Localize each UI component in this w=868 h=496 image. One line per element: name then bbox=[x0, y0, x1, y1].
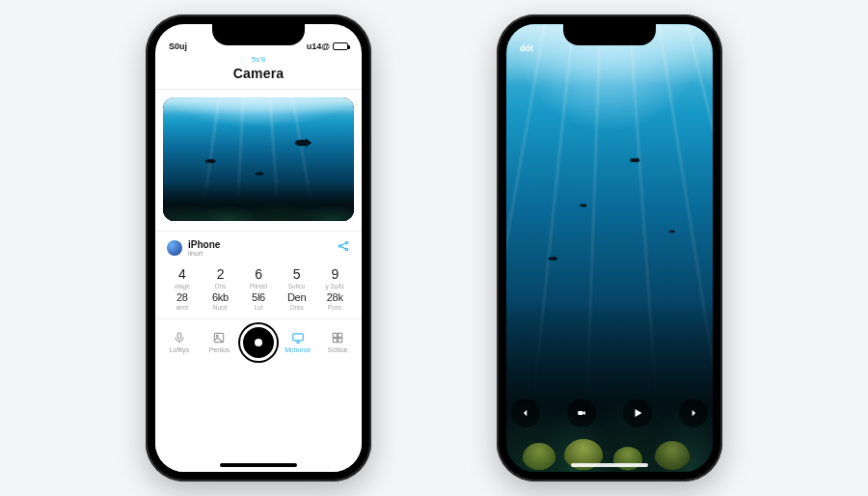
svg-rect-7 bbox=[334, 333, 338, 337]
stat-cell: 2Ons bbox=[202, 266, 240, 289]
svg-point-1 bbox=[345, 241, 347, 243]
device-subtitle: linurt bbox=[188, 250, 220, 257]
gallery-icon bbox=[212, 331, 226, 344]
home-indicator[interactable] bbox=[220, 463, 297, 467]
tab-scilloe[interactable]: Scilloe bbox=[318, 331, 357, 353]
tab-bar: Loftlys Penlos Mchorce Scilloe bbox=[155, 318, 362, 372]
svg-rect-8 bbox=[339, 333, 342, 337]
right-screen: dót bbox=[506, 24, 713, 472]
tab-label: Mchorce bbox=[285, 346, 311, 353]
left-screen: S0uj u14@ 5s'8 Camera bbox=[155, 24, 362, 472]
stat-cell: 6Pilreet bbox=[239, 266, 278, 289]
home-indicator[interactable] bbox=[571, 463, 648, 467]
stat-cell: DenOres bbox=[278, 291, 316, 311]
stat-cell: 5Solico bbox=[278, 266, 316, 289]
stat-cell: 9y Sultz bbox=[315, 266, 354, 289]
svg-rect-11 bbox=[578, 411, 583, 415]
page-title: Camera bbox=[155, 66, 362, 81]
tab-loftlys[interactable]: Loftlys bbox=[160, 331, 199, 353]
tab-label: Loftlys bbox=[170, 346, 189, 353]
play-icon bbox=[632, 407, 643, 419]
status-time: dót bbox=[520, 43, 533, 53]
tab-mchorce[interactable]: Mchorce bbox=[279, 331, 317, 353]
svg-point-2 bbox=[345, 248, 347, 250]
camera-viewfinder[interactable] bbox=[163, 97, 354, 221]
svg-rect-3 bbox=[177, 333, 181, 339]
right-phone-frame: dót bbox=[497, 14, 722, 482]
stat-cell: 28kPonc bbox=[315, 291, 354, 311]
notch bbox=[212, 24, 305, 45]
stat-cell: 4otage bbox=[163, 266, 202, 289]
left-phone-frame: S0uj u14@ 5s'8 Camera bbox=[146, 14, 371, 482]
svg-rect-6 bbox=[292, 334, 303, 341]
header-subtitle: 5s'8 bbox=[155, 55, 362, 64]
previous-button[interactable] bbox=[511, 399, 540, 427]
video-icon bbox=[577, 408, 586, 418]
notch bbox=[563, 24, 656, 45]
mic-icon bbox=[173, 331, 186, 344]
svg-rect-9 bbox=[334, 339, 338, 343]
device-name: iPhone bbox=[188, 240, 220, 250]
chevron-left-icon bbox=[521, 408, 530, 418]
chevron-right-icon bbox=[689, 408, 698, 418]
battery-icon bbox=[333, 42, 348, 50]
play-button[interactable] bbox=[623, 399, 652, 427]
svg-point-5 bbox=[217, 335, 219, 337]
tab-label: Scilloe bbox=[328, 346, 348, 353]
svg-point-0 bbox=[339, 245, 340, 247]
next-button[interactable] bbox=[679, 399, 708, 427]
info-panel: iPhone linurt 4otage 2Ons 6Pilreet 5Soli… bbox=[155, 231, 362, 472]
shutter-button[interactable] bbox=[240, 324, 277, 361]
stat-cell: 6kbNuce bbox=[202, 291, 240, 311]
status-network-text: u14@ bbox=[307, 41, 330, 51]
tab-label: Penlos bbox=[209, 346, 230, 353]
stat-cell: 5l6Lut bbox=[239, 291, 278, 311]
tab-penlos[interactable]: Penlos bbox=[200, 331, 238, 353]
device-avatar bbox=[167, 240, 182, 256]
monitor-icon bbox=[291, 331, 305, 344]
svg-rect-10 bbox=[339, 339, 342, 343]
underwater-preview bbox=[163, 97, 354, 221]
playback-controls bbox=[506, 399, 713, 427]
grid-icon bbox=[331, 331, 344, 344]
share-icon[interactable] bbox=[337, 239, 350, 257]
record-button[interactable] bbox=[567, 399, 596, 427]
stat-cell: 28airnt bbox=[163, 291, 202, 311]
status-time: S0uj bbox=[169, 41, 187, 51]
panel-header: iPhone linurt bbox=[155, 232, 362, 262]
stats-grid: 4otage 2Ons 6Pilreet 5Solico 9y Sultz 28… bbox=[155, 262, 362, 318]
page-header: 5s'8 Camera bbox=[155, 53, 362, 90]
status-right: u14@ bbox=[307, 41, 348, 51]
device-text: iPhone linurt bbox=[188, 240, 220, 257]
